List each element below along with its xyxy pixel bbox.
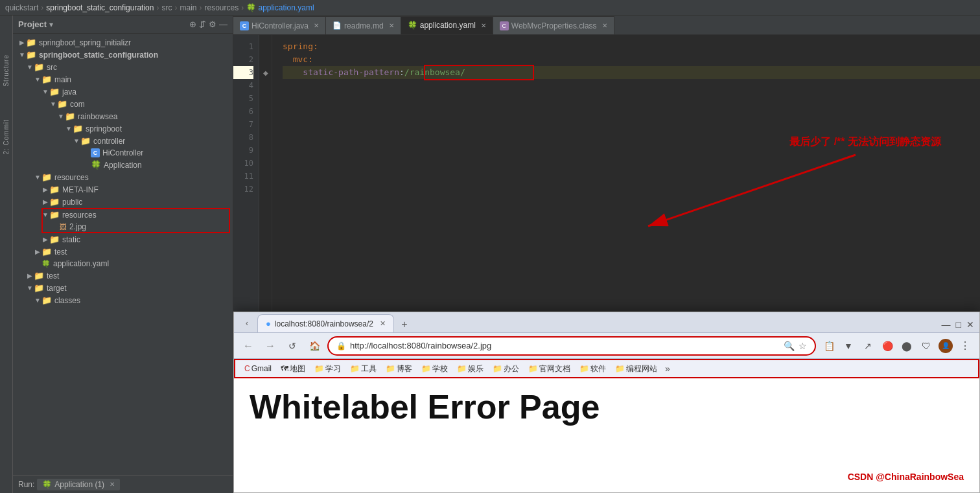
browser-tab-close-icon[interactable]: ✕ — [380, 319, 386, 328]
sidebar-icon-settings[interactable]: ⚙ — [209, 19, 216, 29]
tab-application-yaml[interactable]: 🍀 application.yaml ✕ — [401, 16, 493, 34]
tree-item-2jpg[interactable]: 🖼 2.jpg — [13, 221, 233, 233]
commit-tab[interactable]: 2: Commit — [3, 119, 10, 155]
tab-icon-yaml: 🍀 — [408, 21, 417, 30]
tab-webmvcproperties[interactable]: C WebMvcProperties.class ✕ — [493, 16, 614, 34]
tree-item-com[interactable]: ▼ 📁 com — [13, 98, 233, 110]
tree-item-springboot-static-config[interactable]: ▼ 📁 springboot_static_configuration — [13, 49, 233, 61]
tree-item-controller[interactable]: ▼ 📁 controller — [13, 135, 233, 147]
run-close-icon[interactable]: ✕ — [110, 481, 115, 488]
tree-item-label: META-INF — [62, 185, 233, 194]
tree-arrow: ▶ — [41, 236, 49, 243]
star-icon[interactable]: ☆ — [799, 341, 807, 351]
tree-item-application-yaml[interactable]: 🍀 application.yaml — [13, 258, 233, 269]
tree-arrow: ▼ — [34, 297, 41, 304]
tree-item-public[interactable]: ▶ 📁 public — [13, 196, 233, 208]
address-bar[interactable]: 🔒 http://localhost:8080/rainbowsea/2.jpg… — [327, 336, 816, 356]
browser-avatar-btn[interactable]: 👤 — [937, 337, 955, 355]
tree-item-target[interactable]: ▼ 📁 target — [13, 282, 233, 294]
browser-minimize-btn[interactable]: — — [942, 319, 951, 330]
browser-forward-btn[interactable]: → — [261, 337, 279, 355]
tree-item-java[interactable]: ▼ 📁 java — [13, 86, 233, 98]
tree-item-src[interactable]: ▼ 📁 src — [13, 61, 233, 73]
tree-item-meta-inf[interactable]: ▶ 📁 META-INF — [13, 183, 233, 196]
sidebar-icon-collapse[interactable]: ⇵ — [199, 19, 206, 29]
bookmark-study[interactable]: 📁 学习 — [310, 362, 345, 376]
folder-icon: 📁 — [41, 172, 52, 182]
jpg-icon: 🖼 — [60, 223, 67, 231]
browser-extensions-btn[interactable]: 📋 — [820, 337, 838, 355]
bookmark-tools[interactable]: 📁 工具 — [346, 362, 380, 376]
tree-item-test2[interactable]: ▶ 📁 test — [13, 269, 233, 282]
bookmark-label: 娱乐 — [468, 363, 484, 374]
tab-hicontroller[interactable]: C HiController.java ✕ — [233, 16, 326, 34]
search-icon[interactable]: 🔍 — [784, 341, 795, 351]
sidebar-icon-minimize[interactable]: — — [219, 19, 228, 29]
bookmark-software[interactable]: 📁 软件 — [576, 362, 610, 376]
code-line-6 — [283, 105, 980, 118]
tree-item-resources[interactable]: ▼ 📁 resources — [13, 171, 233, 183]
tree-item-label: springboot_spring_initializr — [39, 38, 233, 47]
tab-close-icon[interactable]: ✕ — [389, 22, 394, 29]
bookmark-office[interactable]: 📁 办公 — [489, 362, 523, 376]
bookmark-gmail[interactable]: C Gmail — [240, 363, 275, 374]
tab-icon-md: 📄 — [332, 21, 342, 30]
browser-profile-btn[interactable]: 🔴 — [878, 337, 896, 355]
tab-close-icon[interactable]: ✕ — [602, 22, 607, 29]
breadcrumb-item[interactable]: resources — [204, 3, 239, 12]
tab-close-icon[interactable]: ✕ — [481, 22, 486, 29]
folder-icon: 📁 — [49, 87, 60, 97]
tree-item-test[interactable]: ▶ 📁 test — [13, 246, 233, 258]
tree-arrow: ▼ — [34, 76, 41, 83]
breadcrumb-item-active[interactable]: 🍀 application.yaml — [246, 3, 314, 12]
tree-item-main[interactable]: ▼ 📁 main — [13, 73, 233, 86]
bookmark-more-btn[interactable]: » — [665, 363, 670, 374]
browser-more-btn[interactable]: ⋮ — [956, 337, 974, 355]
bookmark-maps[interactable]: 🗺 地图 — [277, 362, 309, 376]
structure-tab[interactable]: Structure — [3, 54, 10, 87]
tree-item-springboot-spring-initializr[interactable]: ▶ 📁 springboot_spring_initializr — [13, 36, 233, 49]
browser-tab-scroll-left[interactable]: ‹ — [239, 314, 255, 332]
tree-item-rainbowsea[interactable]: ▼ 📁 rainbowsea — [13, 110, 233, 122]
browser-maximize-btn[interactable]: □ — [956, 319, 961, 330]
browser-home-btn[interactable]: 🏠 — [305, 337, 323, 355]
tree-item-hicontroller[interactable]: C HiController — [13, 147, 233, 159]
app-icon: 🍀 — [91, 160, 101, 170]
bookmark-label: 编程网站 — [626, 363, 657, 374]
breadcrumb-item[interactable]: quickstart — [5, 3, 38, 12]
tab-icon-c: C — [240, 21, 249, 30]
tree-arrow: ▼ — [41, 211, 49, 218]
bookmark-blog[interactable]: 📁 博客 — [382, 362, 416, 376]
browser-screenshot-btn[interactable]: ↗ — [859, 337, 877, 355]
breadcrumb-item[interactable]: src — [161, 3, 172, 12]
project-dropdown-icon[interactable]: ▾ — [49, 20, 53, 29]
breadcrumb-item[interactable]: springboot_static_configuration — [46, 3, 154, 12]
browser-tab-icon: ● — [266, 319, 271, 328]
browser-shield-btn[interactable]: 🛡 — [917, 337, 935, 355]
code-line-3: static-path-pattern: /rainbowsea/ — [283, 66, 980, 79]
browser-tab[interactable]: ● localhost:8080/rainbowsea/2 ✕ — [257, 314, 394, 332]
browser-back-btn[interactable]: ← — [239, 337, 257, 355]
bookmark-docs[interactable]: 📁 官网文档 — [524, 362, 574, 376]
breadcrumb: quickstart › springboot_static_configura… — [0, 0, 980, 16]
browser-close-btn[interactable]: ✕ — [966, 319, 974, 330]
tab-close-icon[interactable]: ✕ — [314, 22, 319, 29]
browser-translate-btn[interactable]: ▼ — [839, 337, 858, 355]
browser-wallet-btn[interactable]: ⬤ — [898, 337, 916, 355]
sidebar-icon-target[interactable]: ⊕ — [189, 19, 196, 29]
run-app-tab[interactable]: 🍀 Application (1) ✕ — [37, 479, 120, 490]
tree-item-springboot[interactable]: ▼ 📁 springboot — [13, 122, 233, 135]
folder-icon-bk: 📁 — [314, 364, 324, 373]
bookmark-entertainment[interactable]: 📁 娱乐 — [453, 362, 487, 376]
browser-new-tab-btn[interactable]: + — [397, 317, 412, 332]
bookmark-programming[interactable]: 📁 编程网站 — [611, 362, 661, 376]
tree-item-application[interactable]: 🍀 Application — [13, 159, 233, 171]
folder-icon: 📁 — [49, 210, 60, 220]
tree-item-static[interactable]: ▶ 📁 static — [13, 233, 233, 246]
tree-item-classes[interactable]: ▼ 📁 classes — [13, 294, 233, 306]
breadcrumb-item[interactable]: main — [180, 3, 196, 12]
bookmark-school[interactable]: 📁 学校 — [417, 362, 452, 376]
browser-refresh-btn[interactable]: ↺ — [283, 337, 301, 355]
tab-readme[interactable]: 📄 readme.md ✕ — [326, 16, 401, 34]
tree-item-resources-sub[interactable]: ▼ 📁 resources — [13, 209, 233, 221]
